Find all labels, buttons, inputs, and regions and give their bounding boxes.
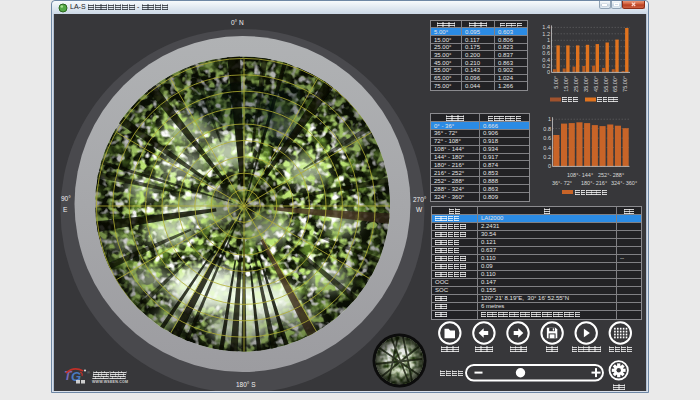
svg-text:0° N: 0° N [231, 19, 244, 26]
svg-text:0.8: 0.8 [542, 44, 550, 50]
svg-text:E: E [63, 206, 68, 213]
svg-text:1: 1 [547, 37, 550, 43]
svg-text:0: 0 [548, 163, 551, 169]
svg-text:324°- 360°: 324°- 360° [611, 180, 637, 186]
svg-text:0: 0 [547, 69, 550, 75]
svg-text:180° S: 180° S [236, 381, 256, 388]
svg-text:90°: 90° [61, 195, 71, 202]
svg-text:1.4: 1.4 [542, 24, 550, 30]
svg-text:0.6: 0.6 [543, 135, 551, 141]
svg-text:75.00°: 75.00° [622, 76, 628, 92]
svg-text:15.00°: 15.00° [563, 76, 569, 92]
svg-text:35.00°: 35.00° [583, 76, 589, 92]
svg-text:252°- 288°: 252°- 288° [598, 172, 624, 178]
svg-text:0.4: 0.4 [542, 57, 550, 63]
svg-text:0.8: 0.8 [543, 126, 551, 132]
svg-text:1.2: 1.2 [542, 31, 550, 37]
svg-text:0.4: 0.4 [543, 145, 551, 151]
svg-text:55.00°: 55.00° [603, 76, 609, 92]
svg-text:180°- 216°: 180°- 216° [581, 180, 607, 186]
svg-text:45.00°: 45.00° [593, 76, 599, 92]
svg-text:0.2: 0.2 [543, 154, 551, 160]
svg-text:5.00°: 5.00° [554, 76, 560, 89]
svg-text:0.2: 0.2 [542, 63, 550, 69]
svg-text:108°- 144°: 108°- 144° [567, 172, 593, 178]
svg-text:1: 1 [548, 116, 551, 122]
svg-text:36°- 72°: 36°- 72° [552, 180, 572, 186]
svg-text:65.00°: 65.00° [612, 76, 618, 92]
svg-text:25.00°: 25.00° [573, 76, 579, 92]
svg-text:0.6: 0.6 [542, 50, 550, 56]
svg-text:270°: 270° [413, 196, 427, 203]
svg-text:W: W [416, 206, 423, 213]
